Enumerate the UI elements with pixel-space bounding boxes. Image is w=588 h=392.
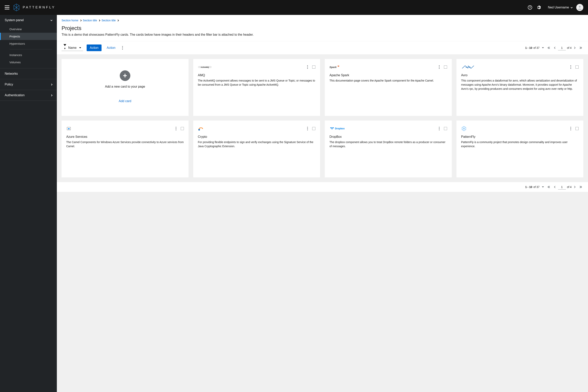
- sidebar-item-volumes[interactable]: Volumes: [0, 58, 57, 66]
- breadcrumb-link[interactable]: Section title: [102, 19, 116, 22]
- cards-grid: Add a new card to your page Add card Act…: [57, 54, 588, 182]
- kebab-icon: [570, 127, 571, 130]
- card-body: The dropbox component allows you to trea…: [330, 140, 447, 148]
- nav-group-policy[interactable]: Policy: [0, 79, 57, 90]
- pagination-prev-button[interactable]: [552, 184, 557, 190]
- sidebar-item-overview[interactable]: Overview: [0, 26, 57, 33]
- card-actions-button[interactable]: [306, 64, 310, 70]
- pagination-bottom: 1 - 10 of 37 of 4: [57, 182, 588, 192]
- card-actions-button[interactable]: [174, 125, 178, 132]
- breadcrumb-link[interactable]: Section title: [83, 19, 97, 22]
- svg-text:Dropbox: Dropbox: [335, 127, 345, 130]
- settings-gear-icon[interactable]: [537, 6, 541, 10]
- project-card-patternfly[interactable]: PatternFly PatternFly is a community pro…: [456, 120, 584, 178]
- pagination-page-input[interactable]: [558, 46, 566, 50]
- card-select-checkbox[interactable]: [444, 66, 447, 68]
- card-actions-button[interactable]: [569, 125, 573, 132]
- patternfly-logo-icon: [461, 126, 467, 131]
- caret-down-icon: [542, 47, 544, 48]
- card-actions-button[interactable]: [306, 125, 310, 132]
- add-card-button[interactable]: Add card: [117, 98, 133, 104]
- action-primary-button[interactable]: Action: [87, 44, 102, 51]
- svg-text:AVRO: AVRO: [466, 66, 470, 68]
- add-card-title: Add a new card to your page: [105, 85, 145, 88]
- project-card-azure[interactable]: Azure Services The Camel Components for …: [62, 120, 188, 178]
- nav-divider: [10, 49, 52, 50]
- sidebar-item-hypervisors[interactable]: Hypervisors: [0, 40, 57, 47]
- project-card-spark[interactable]: Spark Apache Spark This documentation pa…: [325, 59, 452, 116]
- project-card-crypto[interactable]: Crypto For providing flexible endpoints …: [193, 120, 320, 178]
- page-header: Section home Section title Section title…: [57, 15, 588, 41]
- overflow-menu-button[interactable]: [120, 44, 124, 51]
- card-body: This documentation page covers the Apach…: [330, 78, 447, 83]
- card-title: DropBox: [330, 135, 447, 138]
- pagination-last-button[interactable]: [578, 184, 583, 190]
- project-card-avro[interactable]: AVRO Avro This component provides a data…: [456, 59, 584, 116]
- card-title: Apache Spark: [330, 74, 447, 77]
- svg-point-9: [198, 129, 200, 130]
- breadcrumb-link[interactable]: Section home: [62, 19, 78, 22]
- help-icon[interactable]: ?: [528, 5, 532, 10]
- card-actions-button[interactable]: [569, 64, 573, 70]
- pagination-page-input[interactable]: [558, 185, 566, 190]
- pagination-first-button[interactable]: [546, 45, 551, 50]
- card-select-checkbox[interactable]: [312, 127, 315, 130]
- chevron-right-icon: [50, 84, 52, 86]
- dropbox-logo-icon: Dropbox: [330, 126, 347, 131]
- page-description: This is a demo that showcases PatternFly…: [62, 33, 583, 36]
- filter-attribute-select[interactable]: Name: [62, 45, 83, 51]
- nav-group-networks[interactable]: Networks: [0, 68, 57, 79]
- card-actions-button[interactable]: [437, 64, 441, 70]
- user-menu-toggle[interactable]: Ned Username: [548, 6, 572, 9]
- breadcrumb: Section home Section title Section title: [62, 19, 583, 22]
- card-select-checkbox[interactable]: [312, 66, 315, 68]
- card-title: Avro: [461, 74, 579, 77]
- card-select-checkbox[interactable]: [576, 127, 578, 130]
- card-actions-button[interactable]: [437, 125, 441, 132]
- card-title: Crypto: [198, 135, 316, 138]
- pagination-next-button[interactable]: [573, 45, 577, 50]
- kebab-icon: [439, 127, 440, 130]
- sidebar-item-instances[interactable]: Instances: [0, 51, 57, 58]
- chevron-down-icon: [571, 6, 573, 8]
- card-body: The Camel Components for Windows Azure S…: [66, 140, 184, 148]
- project-card-amq[interactable]: ActiveMQ AMQ The ActiveMQ component allo…: [193, 59, 320, 116]
- nav-group-authentication[interactable]: Authentication: [0, 90, 57, 100]
- chevron-down-icon: [50, 19, 52, 21]
- per-page-toggle[interactable]: [541, 46, 545, 50]
- card-select-checkbox[interactable]: [181, 127, 184, 130]
- project-card-dropbox[interactable]: Dropbox DropBox The dropbox component al…: [325, 120, 452, 178]
- caret-down-icon: [542, 186, 544, 188]
- card-body: For providing flexible endpoints to sign…: [198, 140, 316, 148]
- nav-group-system-panel[interactable]: System panel: [0, 15, 57, 26]
- pagination-next-button[interactable]: [573, 184, 577, 190]
- svg-point-2: [579, 6, 581, 8]
- filter-icon: [64, 46, 66, 50]
- avro-logo-icon: AVRO: [461, 65, 475, 70]
- kebab-icon: [176, 127, 176, 130]
- plus-circle-icon: [120, 70, 130, 81]
- card-title: PatternFly: [461, 135, 579, 138]
- kebab-icon: [307, 65, 308, 69]
- add-card-tile: Add a new card to your page Add card: [62, 59, 188, 116]
- toolbar: Name Action Action 1 - 10 of 37 of 4: [57, 41, 588, 54]
- patternfly-logo-icon: [13, 4, 20, 11]
- sidebar-item-projects[interactable]: Projects: [0, 33, 57, 40]
- brand-logo[interactable]: PATTERNFLY: [13, 4, 56, 11]
- pagination-first-button[interactable]: [546, 184, 551, 190]
- action-secondary-button[interactable]: Action: [105, 44, 117, 51]
- user-avatar[interactable]: [576, 4, 583, 11]
- pagination-prev-button[interactable]: [552, 45, 557, 50]
- per-page-toggle[interactable]: [541, 185, 545, 189]
- pagination-top: 1 - 10 of 37 of 4: [525, 45, 583, 50]
- activemq-logo-icon: ActiveMQ: [198, 65, 212, 70]
- main-content: Section home Section title Section title…: [57, 15, 588, 392]
- pagination-last-button[interactable]: [578, 45, 583, 50]
- svg-text:ActiveMQ: ActiveMQ: [201, 66, 209, 68]
- card-select-checkbox[interactable]: [576, 66, 578, 68]
- card-body: The ActiveMQ component allows messages t…: [198, 78, 316, 87]
- card-title: Azure Services: [66, 135, 184, 138]
- nav-toggle-button[interactable]: [5, 6, 10, 10]
- sidebar-nav: System panel Overview Projects Hyperviso…: [0, 15, 57, 392]
- card-select-checkbox[interactable]: [444, 127, 447, 130]
